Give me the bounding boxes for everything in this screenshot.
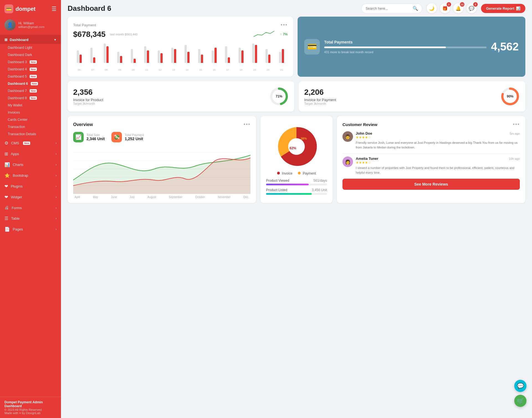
review-item-amelia: 👩 Amelia Tuner 10h ago ★★★★☆ I viewed a … (342, 157, 520, 175)
sidebar-item-cards-center[interactable]: Cards Center (0, 116, 61, 123)
sidebar-item-dashboard-5[interactable]: Dashboard 5 New (0, 73, 61, 80)
new-badge: New (23, 142, 30, 145)
row-2: 2,356 Invoice for Product Target 3k/mont… (68, 81, 525, 112)
apps-icon: ⊞ (4, 151, 8, 157)
last-month-label: last month $563,443 (110, 33, 138, 36)
invoice-product-pct: 71% (276, 94, 282, 98)
messages-badge: 5 (473, 2, 478, 7)
reviewer-text-amelia: I viewed a number of properties with Jus… (356, 166, 520, 175)
reviewer-avatar-img-amelia: 👩 (342, 157, 353, 167)
sidebar-user: 👤 Hi, William william@gmail.com (0, 17, 61, 35)
submenu-label: My Wallet (8, 103, 22, 107)
invoice-payment-card: 2,206 Invoice for Payment Target 3k/mont… (299, 81, 525, 112)
messages-button[interactable]: 💬 5 (467, 3, 477, 13)
invoice-legend-label: Invoice (282, 171, 292, 175)
avatar-image: 👤 (4, 19, 16, 30)
sidebar-item-transaction-details[interactable]: Transaction Details (0, 130, 61, 138)
blue-card-info: Total Payments 431 more to break last mo… (324, 40, 487, 54)
sidebar-item-bootstrap[interactable]: ⭐ Bootstrap › (0, 170, 61, 181)
sidebar-item-my-wallet[interactable]: My Wallet (0, 102, 61, 109)
gift-badge: 2 (447, 2, 451, 7)
pages-icon: 📄 (4, 227, 10, 232)
blue-card-value: 4,562 (491, 40, 519, 53)
user-info: Hi, William william@gmail.com (18, 21, 44, 29)
sidebar-item-dashboard-dark[interactable]: Dashboard Dark (0, 51, 61, 58)
sidebar-item-apps[interactable]: ⊞ Apps › (0, 148, 61, 159)
reviewer-info-amelia: Amelia Tuner 10h ago ★★★★☆ I viewed a nu… (356, 157, 520, 175)
sidebar-item-cms[interactable]: ⚙ CMS New › (0, 138, 61, 148)
floating-buttons: 💬 🛒 (514, 380, 526, 407)
chevron-right-icon: › (56, 196, 57, 199)
sidebar-item-transaction[interactable]: Transaction (0, 123, 61, 130)
sidebar-item-plugins[interactable]: ❤ Plugins › (0, 181, 61, 192)
pie-chart-card: 62% 38% Invoice Payment (260, 116, 332, 203)
sidebar-item-dashboard-4[interactable]: Dashboard 4 New (0, 66, 61, 73)
sidebar-item-dashboard-3[interactable]: Dashboard 3 New (0, 58, 61, 66)
sidebar-item-dashboard-light[interactable]: Dashboard Light (0, 44, 61, 51)
new-badge: New (30, 75, 37, 78)
new-badge: New (30, 96, 37, 100)
header: Dashboard 6 🔍 🌙 🎁 2 🔔 12 💬 5 Generate Re… (61, 0, 532, 17)
sidebar-item-invoices[interactable]: Invoices (0, 109, 61, 116)
table-icon: ☰ (4, 216, 8, 221)
total-sale-value: 2,346 Unit (86, 137, 105, 141)
reviewer-avatar-amelia: 👩 (342, 157, 353, 167)
reviewer-time-amelia: 10h ago (509, 157, 520, 160)
invoice-payment-label: Invoice for Payment (304, 98, 336, 102)
overview-more-icon[interactable]: ••• (244, 122, 250, 127)
bar-chart (73, 43, 288, 68)
reviewer-avatar-img-john: 👨 (342, 131, 353, 142)
theme-toggle-button[interactable]: 🌙 (427, 3, 437, 13)
footer-brand: Dompet Payment Admin Dashboard (4, 400, 57, 408)
sidebar-item-pages[interactable]: 📄 Pages › (0, 224, 61, 235)
sidebar-item-widget[interactable]: ❤ Widget › (0, 192, 61, 202)
svg-text:62%: 62% (290, 146, 296, 150)
plugins-label: Plugins (11, 184, 23, 188)
bar-chart-icon: 📊 (516, 6, 520, 11)
sidebar-item-charts[interactable]: 📊 Charts › (0, 159, 61, 170)
reviewer-time-john: 5m ago (510, 132, 520, 135)
chevron-right-icon: › (56, 163, 57, 166)
page-title: Dashboard 6 (68, 4, 357, 13)
see-more-reviews-button[interactable]: See More Reviews (342, 179, 520, 190)
notifications-button[interactable]: 🔔 12 (453, 3, 463, 13)
dashboard-label: Dashboard (10, 38, 29, 42)
support-float-button[interactable]: 💬 (514, 380, 526, 392)
sidebar-item-dashboard-6[interactable]: Dashboard 6 New (0, 80, 61, 87)
more-options-icon[interactable]: ••• (281, 22, 288, 28)
sidebar-item-dashboard-7[interactable]: Dashboard 7 New (0, 87, 61, 94)
product-listed-progress (266, 193, 327, 195)
notifications-badge: 12 (460, 2, 464, 7)
header-icons: 🌙 🎁 2 🔔 12 💬 5 (427, 3, 477, 13)
product-viewed-fill (266, 184, 309, 185)
submenu-label: Dashboard 6 (8, 82, 28, 86)
payment-legend-dot (298, 172, 301, 175)
cms-label: CMS (11, 141, 19, 145)
blue-total-payments-card: 💳 Total Payments 431 more to break last … (298, 17, 525, 77)
sidebar-item-dashboard-8[interactable]: Dashboard 8 New (0, 94, 61, 102)
sidebar-item-forms[interactable]: 🖨 Forms › (0, 202, 61, 213)
hamburger-icon[interactable]: ☰ (52, 6, 57, 12)
review-more-icon[interactable]: ••• (513, 122, 520, 127)
sidebar-nav: ⊞ Dashboard ▼ Dashboard Light Dashboard … (0, 35, 61, 397)
gift-button[interactable]: 🎁 2 (440, 3, 450, 13)
sidebar-item-table[interactable]: ☰ Table › (0, 213, 61, 224)
chevron-right-icon: › (56, 185, 57, 188)
blue-card-progress-bar-wrap (324, 47, 487, 48)
generate-report-label: Generate Report (486, 6, 514, 11)
search-box[interactable]: 🔍 (361, 4, 422, 13)
search-input[interactable] (365, 6, 410, 11)
avatar: 👤 (4, 19, 16, 30)
total-payment-stat-icon: 💸 (111, 132, 122, 142)
sidebar-item-dashboard[interactable]: ⊞ Dashboard ▼ (0, 35, 61, 44)
payment-legend-label: Payment (303, 171, 316, 175)
payment-amount: $678,345 (73, 30, 106, 39)
chevron-right-icon: › (56, 174, 57, 177)
submenu-label: Transaction (8, 125, 25, 129)
invoice-product-number: 2,356 (73, 88, 103, 97)
trend-sparkline (254, 30, 276, 39)
sidebar-logo[interactable]: 💳 dompet (4, 4, 35, 13)
dashboard-submenu: Dashboard Light Dashboard Dark Dashboard… (0, 44, 61, 138)
cart-float-button[interactable]: 🛒 (514, 395, 526, 407)
generate-report-button[interactable]: Generate Report 📊 (481, 4, 525, 13)
